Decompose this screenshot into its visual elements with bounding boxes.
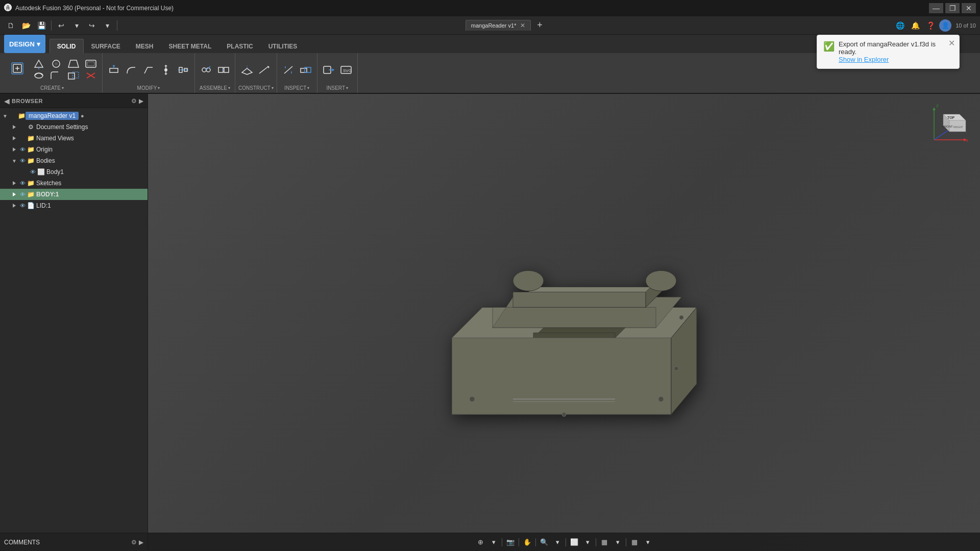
pan-button[interactable]: ✋ — [521, 536, 533, 548]
arrow-named-views[interactable] — [10, 134, 18, 142]
insert-label[interactable]: INSERT ▾ — [327, 84, 349, 91]
open-button[interactable]: 📂 — [19, 19, 33, 32]
tab-surface[interactable]: SURFACE — [84, 39, 128, 53]
root-label[interactable]: mangaReader v1 — [26, 112, 79, 120]
create-label[interactable]: CREATE ▾ — [40, 84, 64, 91]
help-button[interactable]: ❓ — [924, 19, 937, 32]
search-online-button[interactable]: 🌐 — [893, 19, 906, 32]
zoom-dropdown[interactable]: ▾ — [551, 536, 564, 548]
align-button[interactable] — [175, 64, 191, 76]
hole-button[interactable] — [48, 58, 64, 69]
insert-derive-button[interactable] — [321, 64, 337, 76]
modify-label[interactable]: MODIFY ▾ — [137, 84, 160, 91]
arrow-root[interactable]: ▼ — [1, 112, 9, 120]
tree-item-bodies[interactable]: ▼ 👁 📁 Bodies — [0, 155, 148, 166]
fillet-button2[interactable] — [123, 64, 139, 76]
eye-body1[interactable]: 👁 — [29, 168, 37, 176]
as-built-joint-button[interactable] — [215, 64, 232, 76]
undo-button[interactable]: ↩ — [55, 19, 68, 32]
move-button[interactable] — [158, 64, 174, 76]
view-cube[interactable]: Z X TOP FRONT RIGHT — [929, 99, 970, 140]
browser-collapse-icon[interactable]: ◀ — [4, 97, 10, 105]
eye-origin[interactable]: 👁 — [18, 145, 27, 154]
tab-sheet-metal[interactable]: SHEET METAL — [161, 39, 219, 53]
tab-plastic[interactable]: PLASTIC — [219, 39, 260, 53]
tree-item-named-views[interactable]: 📁 Named Views — [0, 133, 148, 144]
tree-item-sketches[interactable]: 👁 📁 Sketches — [0, 178, 148, 189]
tree-item-body1[interactable]: 👁 ⬜ Body1 — [0, 166, 148, 178]
tree-item-lid-1[interactable]: 👁 📄 LID:1 — [0, 200, 148, 211]
notif-show-in-explorer-link[interactable]: Show in Explorer — [839, 56, 889, 63]
tree-item-origin[interactable]: 👁 📁 Origin — [0, 144, 148, 155]
delete-button[interactable] — [83, 70, 99, 81]
move-copy-button[interactable] — [65, 70, 82, 81]
user-avatar[interactable]: 👤 — [939, 19, 951, 32]
tab-utilities[interactable]: UTILITIES — [261, 39, 305, 53]
interference-button[interactable] — [298, 64, 314, 76]
icon-doc-settings: ⚙ — [27, 123, 35, 131]
browser-settings-icon[interactable]: ⚙ — [131, 97, 137, 105]
arrow-origin[interactable] — [10, 145, 18, 154]
close-button[interactable]: ✕ — [962, 3, 976, 13]
maximize-button[interactable]: ❐ — [945, 3, 960, 13]
look-at-button[interactable]: ▾ — [487, 536, 500, 548]
camera-button[interactable]: 📷 — [504, 536, 517, 548]
tree-item-root[interactable]: ▼ 📁 mangaReader v1 ● — [0, 110, 148, 121]
display-dropdown[interactable]: ▾ — [581, 536, 594, 548]
minimize-button[interactable]: — — [929, 3, 943, 13]
measure-button[interactable] — [280, 64, 297, 76]
eye-root[interactable] — [9, 112, 17, 120]
assemble-label[interactable]: ASSEMBLE ▾ — [200, 84, 230, 91]
arrow-bodies[interactable]: ▼ — [10, 157, 18, 165]
axis-button[interactable] — [256, 64, 273, 76]
save-button[interactable]: 💾 — [35, 19, 48, 32]
comments-settings-icon[interactable]: ⚙ — [131, 539, 137, 546]
new-tab-button[interactable]: + — [533, 19, 546, 32]
arrow-body-ref[interactable] — [10, 190, 18, 198]
revolve-button[interactable] — [31, 70, 47, 81]
zoom-button[interactable]: 🔍 — [538, 536, 550, 548]
eye-lid[interactable]: 👁 — [18, 202, 27, 210]
insert-mcad-button[interactable]: SVG — [338, 64, 354, 76]
new-component-button[interactable] — [5, 57, 30, 83]
orbit-button[interactable]: ⊕ — [474, 536, 486, 548]
arrow-sketches[interactable] — [10, 179, 18, 187]
tree-item-body-1[interactable]: 👁 📁 BODY:1 — [0, 189, 148, 200]
tab-mesh[interactable]: MESH — [128, 39, 161, 53]
loft-button[interactable] — [65, 58, 82, 69]
eye-sketches[interactable]: 👁 — [18, 179, 27, 187]
display-mode-button[interactable]: ⬜ — [568, 536, 580, 548]
eye-body-ref[interactable]: 👁 — [18, 190, 27, 198]
inspect-label[interactable]: INSPECT ▾ — [284, 84, 309, 91]
shell-button[interactable] — [83, 58, 99, 69]
press-pull-button[interactable] — [106, 64, 122, 76]
grid-dropdown[interactable]: ▾ — [611, 536, 624, 548]
arrow-lid[interactable] — [10, 202, 18, 210]
joint-button[interactable] — [198, 64, 214, 76]
redo-button[interactable]: ↪ — [85, 19, 99, 32]
fillet-button[interactable] — [48, 70, 64, 81]
snap-button[interactable]: ▦ — [628, 536, 641, 548]
construct-label[interactable]: CONSTRUCT ▾ — [238, 84, 274, 91]
grid-button[interactable]: ▦ — [598, 536, 610, 548]
document-tab-close[interactable]: ✕ — [520, 22, 525, 29]
browser-expand-icon[interactable]: ▶ — [139, 97, 143, 105]
chamfer-button[interactable] — [140, 64, 157, 76]
design-dropdown-button[interactable]: DESIGN ▾ — [4, 35, 45, 53]
viewport[interactable]: Z X TOP FRONT RIGHT ⊕ ▾ 📷 ✋ 🔍 ▾ ⬜ — [148, 94, 980, 551]
root-activate[interactable]: ● — [81, 113, 84, 119]
redo-dropdown[interactable]: ▾ — [101, 19, 114, 32]
extrude-button[interactable] — [31, 58, 47, 69]
notification-button[interactable]: 🔔 — [909, 19, 922, 32]
new-button[interactable]: 🗋 — [4, 19, 17, 32]
document-tab-title[interactable]: mangaReader v1* — [471, 22, 517, 29]
eye-bodies[interactable]: 👁 — [18, 157, 27, 165]
tab-solid[interactable]: SOLID — [50, 39, 84, 53]
tree-item-doc-settings[interactable]: ⚙ Document Settings — [0, 121, 148, 133]
snap-dropdown[interactable]: ▾ — [642, 536, 654, 548]
offset-plane-button[interactable] — [239, 64, 255, 76]
notif-close-button[interactable]: ✕ — [948, 38, 955, 48]
undo-dropdown[interactable]: ▾ — [70, 19, 83, 32]
arrow-doc-settings[interactable] — [10, 123, 18, 131]
comments-expand-icon[interactable]: ▶ — [139, 539, 143, 546]
